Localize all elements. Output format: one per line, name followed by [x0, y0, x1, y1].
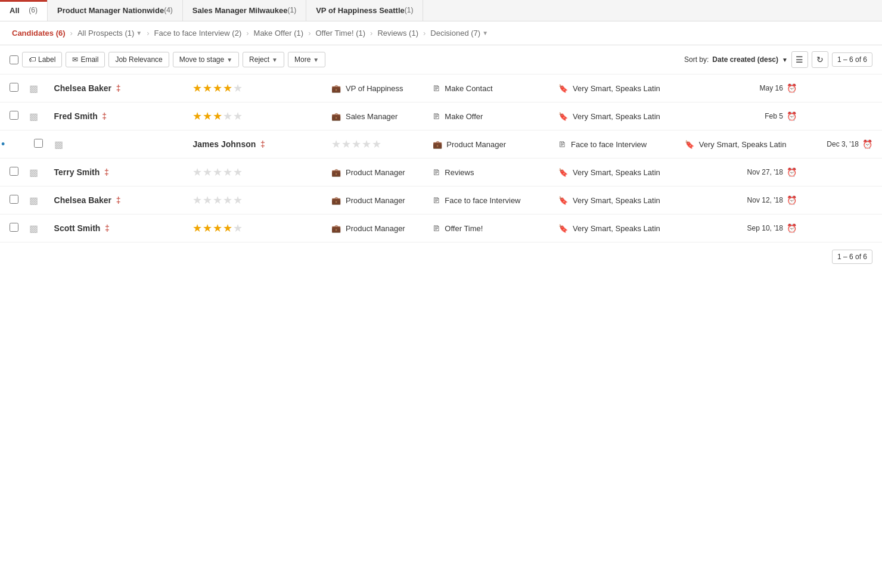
- star-2[interactable]: ★: [203, 110, 212, 123]
- pipeline-stage-decisioned[interactable]: Decisioned (7) ▼: [428, 27, 490, 39]
- star-5[interactable]: ★: [233, 110, 243, 123]
- star-1[interactable]: ★: [192, 166, 202, 179]
- tags-5: Very Smart, Speaks Latin: [573, 196, 660, 205]
- list-view-button[interactable]: ☰: [791, 51, 808, 68]
- row-checkbox-6[interactable]: [10, 223, 18, 232]
- bookmark-icon-4[interactable]: ▩: [29, 167, 38, 178]
- stage-label-2[interactable]: Make Offer: [445, 112, 483, 121]
- row-stage-cell-3: 🖹 Face to face Interview: [554, 130, 680, 158]
- star-4[interactable]: ★: [223, 222, 232, 235]
- star-5[interactable]: ★: [233, 82, 243, 95]
- sort-value[interactable]: Date created (desc): [712, 55, 778, 64]
- star-3[interactable]: ★: [213, 166, 222, 179]
- star-5[interactable]: ★: [233, 222, 243, 235]
- star-1[interactable]: ★: [192, 194, 202, 207]
- pipeline-stage-offerTime[interactable]: Offer Time! (1): [313, 27, 368, 39]
- star-2[interactable]: ★: [203, 82, 212, 95]
- star-5[interactable]: ★: [233, 194, 243, 207]
- pipeline-stage-label-reviews: Reviews (1): [377, 29, 418, 38]
- star-4[interactable]: ★: [223, 166, 232, 179]
- drag-handle-1[interactable]: ‡: [116, 83, 121, 93]
- pipeline-stage-faceInterview[interactable]: Face to face Interview (2): [152, 27, 244, 39]
- job-title-5[interactable]: Product Manager: [346, 196, 405, 205]
- job-tab-vp[interactable]: VP of Happiness Seattle (1): [306, 0, 423, 21]
- row-checkbox-3[interactable]: [34, 139, 43, 148]
- label-button[interactable]: 🏷 Label: [22, 52, 62, 67]
- star-2[interactable]: ★: [203, 222, 212, 235]
- row-checkbox-5[interactable]: [10, 195, 18, 204]
- bookmark-icon-5[interactable]: ▩: [29, 195, 38, 206]
- star-2[interactable]: ★: [203, 194, 212, 207]
- star-4[interactable]: ★: [223, 82, 232, 95]
- table-row: ▩ Fred Smith ‡ ★★★★★ 💼 Sales Manager 🖹 M…: [0, 102, 882, 130]
- candidate-name-6[interactable]: Scott Smith: [54, 223, 101, 233]
- job-title-3[interactable]: Product Manager: [446, 140, 506, 149]
- drag-handle-4[interactable]: ‡: [104, 167, 109, 177]
- reject-button[interactable]: Reject ▼: [243, 52, 284, 67]
- candidate-name-1[interactable]: Chelsea Baker: [54, 83, 112, 93]
- star-5[interactable]: ★: [372, 138, 381, 151]
- pipeline-stage-candidates[interactable]: Candidates (6): [10, 27, 68, 39]
- star-2[interactable]: ★: [341, 138, 351, 151]
- clock-icon-4[interactable]: ⏰: [787, 167, 797, 177]
- row-checkbox-1[interactable]: [10, 83, 18, 92]
- clock-icon-6[interactable]: ⏰: [787, 223, 797, 233]
- stage-label-4[interactable]: Reviews: [445, 168, 474, 177]
- candidate-name-5[interactable]: Chelsea Baker: [54, 195, 112, 205]
- email-button[interactable]: ✉ Email: [66, 52, 105, 67]
- star-3[interactable]: ★: [213, 194, 222, 207]
- pipeline-stage-reviews[interactable]: Reviews (1): [375, 27, 421, 39]
- star-4[interactable]: ★: [223, 110, 232, 123]
- job-tab-pm[interactable]: Product Manager Nationwide (4): [48, 0, 183, 21]
- job-relevance-button[interactable]: Job Relevance: [108, 52, 169, 67]
- drag-handle-3[interactable]: ‡: [260, 139, 265, 149]
- job-tab-sm[interactable]: Sales Manager Milwaukee (1): [183, 0, 306, 21]
- candidate-name-2[interactable]: Fred Smith: [54, 111, 98, 121]
- stage-label-1[interactable]: Make Contact: [445, 84, 492, 93]
- star-5[interactable]: ★: [233, 166, 243, 179]
- star-3[interactable]: ★: [213, 222, 222, 235]
- bookmark-icon-2[interactable]: ▩: [29, 111, 38, 122]
- pipeline-stage-makeOffer[interactable]: Make Offer (1): [251, 27, 306, 39]
- star-2[interactable]: ★: [203, 166, 212, 179]
- row-checkbox-4[interactable]: [10, 167, 18, 176]
- refresh-button[interactable]: ↻: [812, 51, 828, 68]
- stage-icon-1: 🖹: [433, 84, 440, 93]
- clock-icon-1[interactable]: ⏰: [787, 83, 797, 93]
- star-3[interactable]: ★: [213, 110, 222, 123]
- job-title-2[interactable]: Sales Manager: [346, 112, 397, 121]
- clock-icon-5[interactable]: ⏰: [787, 195, 797, 205]
- star-1[interactable]: ★: [331, 138, 341, 151]
- row-tags-cell-6: 🔖 Very Smart, Speaks Latin: [554, 214, 680, 242]
- job-title-1[interactable]: VP of Happiness: [346, 84, 403, 93]
- star-3[interactable]: ★: [213, 82, 222, 95]
- star-4[interactable]: ★: [362, 138, 371, 151]
- row-checkbox-2[interactable]: [10, 111, 18, 120]
- star-1[interactable]: ★: [192, 110, 202, 123]
- stage-label-6[interactable]: Offer Time!: [445, 224, 483, 233]
- drag-handle-5[interactable]: ‡: [116, 195, 121, 205]
- star-1[interactable]: ★: [192, 222, 202, 235]
- candidate-name-3[interactable]: James Johnson: [192, 139, 256, 149]
- more-button[interactable]: More ▼: [288, 52, 325, 67]
- clock-icon-2[interactable]: ⏰: [787, 111, 797, 121]
- drag-handle-6[interactable]: ‡: [105, 223, 110, 233]
- pipeline-arrow-6: ›: [423, 29, 426, 38]
- bookmark-icon-1[interactable]: ▩: [29, 83, 38, 94]
- clock-icon-3[interactable]: ⏰: [862, 139, 872, 149]
- stage-label-3[interactable]: Face to face Interview: [571, 140, 647, 149]
- bookmark-icon-3[interactable]: ▩: [54, 139, 63, 150]
- star-3[interactable]: ★: [352, 138, 361, 151]
- job-tab-all[interactable]: All (6): [0, 0, 48, 21]
- candidate-name-4[interactable]: Terry Smith: [54, 167, 100, 177]
- drag-handle-2[interactable]: ‡: [102, 111, 107, 121]
- job-title-4[interactable]: Product Manager: [346, 168, 405, 177]
- stage-label-5[interactable]: Face to face Interview: [445, 196, 520, 205]
- select-all-checkbox[interactable]: [10, 55, 18, 64]
- move-to-stage-button[interactable]: Move to stage ▼: [173, 52, 239, 67]
- star-4[interactable]: ★: [223, 194, 232, 207]
- job-title-6[interactable]: Product Manager: [346, 224, 405, 233]
- pipeline-stage-prospects[interactable]: All Prospects (1) ▼: [75, 27, 144, 39]
- star-1[interactable]: ★: [192, 82, 202, 95]
- bookmark-icon-6[interactable]: ▩: [29, 223, 38, 234]
